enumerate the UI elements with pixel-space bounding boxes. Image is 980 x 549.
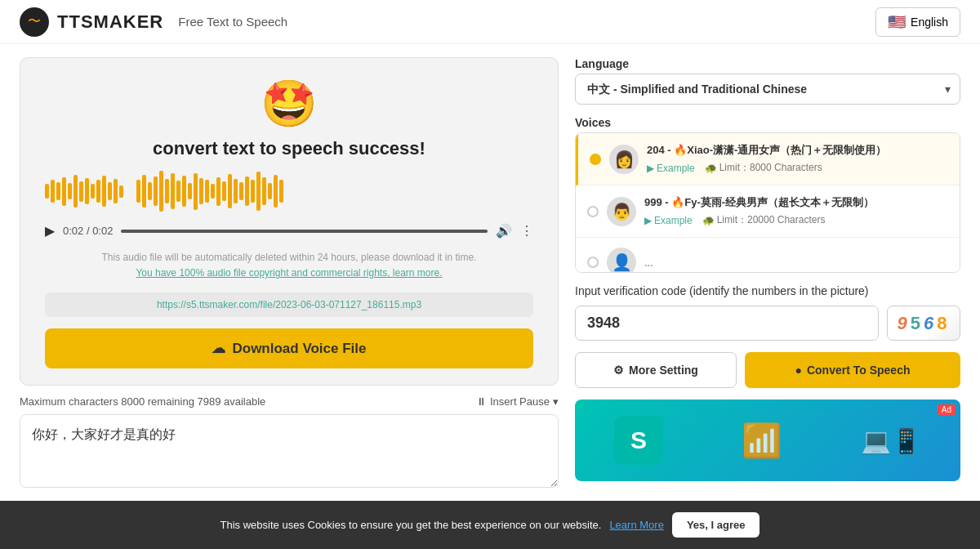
captcha-text: 9568	[898, 313, 951, 334]
voice-example-link[interactable]: ▶ Example	[647, 163, 695, 174]
logo-section: 〜 TTSMAKER Free Text to Speech	[20, 7, 287, 37]
voice-info: 204 - 🔥Xiao-潇潇-通用女声（热门＋无限制使用） ▶ Example …	[647, 143, 948, 175]
wave-bar	[234, 179, 238, 203]
voice-name: 999 - 🔥Fy-莫雨-经典男声（超长文本＋无限制）	[644, 195, 948, 210]
voice-info: ...	[644, 257, 948, 269]
language-button[interactable]: 🇺🇸 English	[875, 7, 960, 37]
play-button[interactable]: ▶	[45, 223, 55, 239]
logo-icon: 〜	[20, 7, 49, 37]
progress-fill	[121, 230, 488, 233]
waveform-right	[136, 171, 283, 212]
wave-bar	[142, 175, 146, 208]
download-voice-button[interactable]: ☁ Download Voice File	[45, 328, 533, 368]
wave-bar	[159, 171, 163, 212]
header: 〜 TTSMAKER Free Text to Speech 🇺🇸 Englis…	[0, 0, 980, 44]
wave-bar	[74, 175, 78, 208]
voice-limit: 🐢 Limit：20000 Characters	[702, 213, 826, 227]
player-card: 🤩 convert text to speech success!	[20, 57, 559, 386]
text-section: Maximum characters 8000 remaining 7989 a…	[20, 395, 559, 488]
voice-info: 999 - 🔥Fy-莫雨-经典男声（超长文本＋无限制） ▶ Example 🐢 …	[644, 195, 948, 227]
wave-bar	[251, 180, 255, 203]
voices-section-label: Voices	[575, 116, 960, 129]
wave-bar	[68, 183, 72, 199]
ad-wifi-icon: 📶	[742, 422, 782, 460]
voice-radio	[587, 206, 599, 217]
wave-bar	[51, 180, 55, 203]
wave-bar	[182, 176, 186, 207]
wave-bar	[79, 181, 83, 202]
wave-bar	[194, 173, 198, 210]
captcha-image: 9568	[887, 306, 960, 341]
voice-radio	[590, 154, 601, 165]
verify-row: 9568	[575, 306, 960, 341]
wave-bar	[91, 184, 95, 199]
wave-bar	[148, 182, 152, 200]
logo-name: TTSMAKER	[57, 11, 163, 33]
logo-subtitle: Free Text to Speech	[178, 15, 287, 29]
voice-radio	[587, 257, 599, 268]
wave-bar	[171, 173, 175, 209]
char-count-text: Maximum characters 8000 remaining 7989 a…	[20, 395, 265, 408]
verify-input[interactable]	[575, 306, 879, 341]
voice-header: 👤 ...	[587, 248, 948, 272]
ad-banner: S 📶 💻📱 Ad	[575, 399, 960, 481]
convert-to-speech-button[interactable]: ● Convert To Speech	[745, 352, 960, 388]
voice-example-link[interactable]: ▶ Example	[644, 215, 693, 226]
verify-section: Input verification code (identify the nu…	[575, 284, 960, 341]
audio-notice: This audio file will be automatically de…	[102, 250, 477, 281]
volume-icon[interactable]: 🔊	[496, 223, 512, 239]
voice-meta: ▶ Example 🐢 Limit：20000 Characters	[644, 213, 948, 227]
wave-bar	[262, 177, 266, 205]
wave-bar	[245, 176, 249, 206]
wave-bar	[205, 180, 209, 203]
download-icon: ☁	[212, 340, 225, 357]
voice-item[interactable]: 👩 204 - 🔥Xiao-潇潇-通用女声（热门＋无限制使用） ▶ Exampl…	[576, 133, 960, 185]
action-buttons: ⚙ More Setting ● Convert To Speech	[575, 352, 960, 388]
voice-item[interactable]: 👤 ...	[576, 238, 960, 272]
wave-bar	[119, 185, 123, 198]
text-input[interactable]: 你好，大家好才是真的好	[20, 414, 559, 488]
voice-avatar: 👨	[607, 197, 636, 226]
wave-bar	[62, 177, 66, 206]
voice-meta: ▶ Example 🐢 Limit：8000 Characters	[647, 161, 948, 175]
wave-bar	[188, 183, 192, 199]
waveform-display	[45, 171, 533, 212]
voice-avatar: 👩	[609, 145, 639, 174]
success-message: convert text to speech success!	[153, 138, 425, 159]
language-label: English	[911, 16, 948, 29]
language-select-wrapper: 中文 - Simplified and Traditional Chinese	[575, 74, 960, 105]
wave-bar	[85, 178, 89, 204]
verify-label: Input verification code (identify the nu…	[575, 284, 960, 297]
wave-bar	[256, 172, 261, 211]
language-section: Language 中文 - Simplified and Traditional…	[575, 57, 960, 105]
wave-bar	[45, 184, 49, 199]
main-content: 🤩 convert text to speech success!	[0, 44, 980, 501]
more-setting-button[interactable]: ⚙ More Setting	[575, 352, 737, 388]
ad-badge: Ad	[938, 404, 956, 415]
file-url-input[interactable]	[45, 292, 533, 317]
ad-logo: S	[614, 416, 663, 465]
progress-bar[interactable]	[121, 230, 488, 233]
wave-bar	[154, 176, 158, 206]
voice-item[interactable]: 👨 999 - 🔥Fy-莫雨-经典男声（超长文本＋无限制） ▶ Example …	[576, 185, 960, 238]
wave-bar	[96, 180, 100, 203]
waveform-left	[45, 175, 123, 208]
voice-header: 👨 999 - 🔥Fy-莫雨-经典男声（超长文本＋无限制） ▶ Example …	[587, 195, 948, 227]
wave-bar	[102, 176, 106, 207]
download-label: Download Voice File	[232, 341, 366, 357]
wave-bar	[228, 174, 232, 208]
wave-bar	[199, 178, 203, 204]
more-options-icon[interactable]: ⋮	[520, 223, 533, 239]
wave-bar	[108, 182, 112, 200]
language-select[interactable]: 中文 - Simplified and Traditional Chinese	[575, 74, 960, 105]
wave-bar	[239, 182, 243, 200]
voice-name: 204 - 🔥Xiao-潇潇-通用女声（热门＋无限制使用）	[647, 143, 948, 158]
pause-icon: ⏸	[476, 395, 487, 408]
wave-bar	[268, 183, 272, 199]
copyright-link[interactable]: You have 100% audio file copyright and c…	[136, 267, 442, 279]
wave-bar	[274, 175, 278, 208]
language-section-label: Language	[575, 57, 960, 70]
insert-pause-button[interactable]: ⏸ Insert Pause ▾	[476, 395, 559, 408]
wave-bar	[114, 179, 118, 203]
settings-icon: ⚙	[613, 364, 624, 377]
